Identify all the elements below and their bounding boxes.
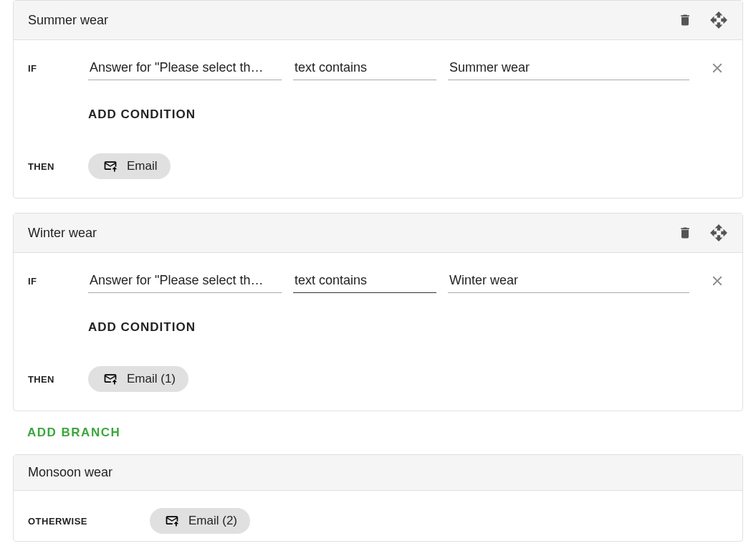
otherwise-label: OTHERWISE [28, 516, 150, 527]
delete-branch-button[interactable] [678, 12, 692, 28]
remove-condition-button[interactable] [707, 57, 728, 79]
action-chip-label: Email [127, 159, 158, 173]
branch-header: Winter wear [14, 214, 742, 253]
condition-answer-dropdown[interactable]: Answer for "Please select th… [88, 56, 282, 80]
move-icon [709, 11, 728, 29]
otherwise-body: OTHERWISE Email (2) [14, 491, 742, 541]
then-label: THEN [28, 161, 88, 172]
otherwise-header: Monsoon wear [14, 455, 742, 491]
move-icon [709, 224, 728, 242]
move-branch-handle[interactable] [709, 224, 728, 242]
otherwise-title: Monsoon wear [28, 465, 113, 480]
branch-title: Winter wear [28, 226, 97, 241]
add-branch-button[interactable]: ADD BRANCH [27, 426, 120, 440]
branch-card: Summer wear IF Answer for "Please select… [13, 0, 743, 198]
then-row: THEN Email (1) [28, 366, 728, 392]
close-icon [709, 60, 725, 76]
condition-row: IF Answer for "Please select th… text co… [28, 56, 728, 80]
branch-title: Summer wear [28, 13, 108, 28]
branch-card: Winter wear IF Answer for "Please select… [13, 213, 743, 411]
condition-value-input[interactable]: Winter wear [448, 269, 689, 293]
branch-header-actions [678, 224, 728, 242]
branch-header-actions [678, 11, 728, 29]
action-chip-email[interactable]: Email (2) [150, 508, 250, 534]
close-icon [709, 273, 725, 289]
move-branch-handle[interactable] [709, 11, 728, 29]
condition-operator-dropdown[interactable]: text contains [293, 56, 436, 80]
action-chip-label: Email (2) [188, 514, 237, 528]
otherwise-card: Monsoon wear OTHERWISE Email (2) [13, 454, 743, 542]
add-condition-button[interactable]: ADD CONDITION [88, 320, 196, 335]
condition-operator-dropdown[interactable]: text contains [293, 269, 436, 293]
condition-row: IF Answer for "Please select th… text co… [28, 269, 728, 293]
condition-answer-dropdown[interactable]: Answer for "Please select th… [88, 269, 282, 293]
trash-icon [678, 225, 692, 241]
condition-value-input[interactable]: Summer wear [448, 56, 689, 80]
add-condition-row: ADD CONDITION [28, 320, 728, 335]
branch-body: IF Answer for "Please select th… text co… [14, 253, 742, 411]
trash-icon [678, 12, 692, 28]
email-send-icon [163, 514, 181, 528]
branch-body: IF Answer for "Please select th… text co… [14, 40, 742, 198]
add-branch-row: ADD BRANCH [0, 426, 756, 454]
action-chip-email[interactable]: Email [88, 153, 171, 179]
remove-condition-button[interactable] [707, 270, 728, 292]
then-label: THEN [28, 374, 88, 385]
condition-fields: Answer for "Please select th… text conta… [88, 56, 728, 80]
action-chip-label: Email (1) [127, 372, 176, 386]
email-send-icon [101, 372, 120, 386]
branch-header: Summer wear [14, 1, 742, 40]
if-label: IF [28, 276, 88, 287]
delete-branch-button[interactable] [678, 225, 692, 241]
otherwise-row: OTHERWISE Email (2) [28, 508, 728, 534]
condition-fields: Answer for "Please select th… text conta… [88, 269, 728, 293]
if-label: IF [28, 63, 88, 74]
add-condition-button[interactable]: ADD CONDITION [88, 107, 196, 122]
add-condition-row: ADD CONDITION [28, 107, 728, 122]
then-row: THEN Email [28, 153, 728, 179]
email-send-icon [101, 159, 120, 173]
action-chip-email[interactable]: Email (1) [88, 366, 188, 392]
